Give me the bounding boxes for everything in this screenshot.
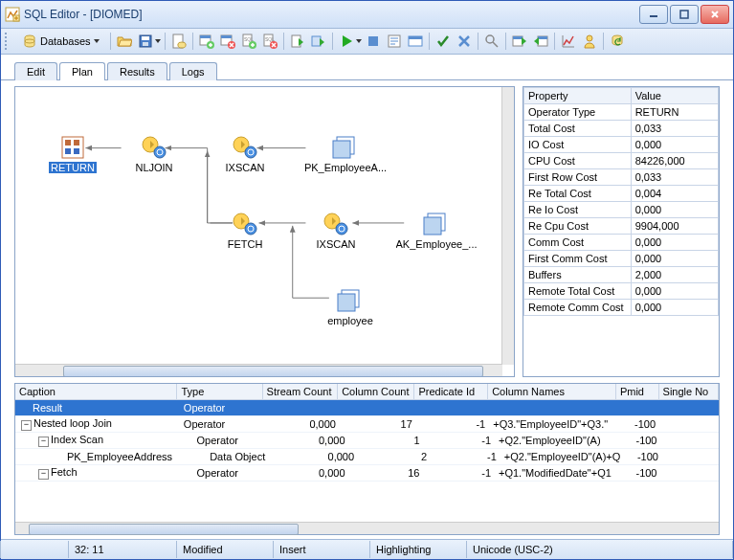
- table-delete-icon[interactable]: [218, 32, 237, 51]
- toolbar-grip[interactable]: [5, 33, 11, 50]
- plan-node-ak-employee[interactable]: AK_Employee_...: [398, 212, 475, 250]
- prop-value: 2,000: [631, 267, 718, 283]
- databases-dropdown[interactable]: Databases: [15, 31, 106, 52]
- plan-node-return[interactable]: RETURN: [34, 135, 111, 173]
- plan-node-label: PK_EmployeeA...: [304, 162, 387, 173]
- run-dropdown-icon[interactable]: [356, 39, 362, 43]
- table-row[interactable]: −Nested loop JoinOperator0,00017-1+Q3."E…: [15, 416, 719, 433]
- execute-selection-icon[interactable]: [309, 32, 328, 51]
- database-icon: [22, 34, 37, 49]
- svg-rect-33: [538, 36, 547, 39]
- import-table-icon[interactable]: [531, 32, 550, 51]
- prop-value: 84226,000: [631, 153, 718, 169]
- prop-key: Operator Type: [524, 104, 632, 121]
- canvas-horizontal-scrollbar[interactable]: [15, 364, 502, 376]
- db-refresh-icon[interactable]: [608, 32, 627, 51]
- search-icon[interactable]: [482, 32, 501, 51]
- grid-header[interactable]: Column Names: [488, 384, 616, 399]
- prop-key: Re Cpu Cost: [524, 218, 632, 235]
- grid-header[interactable]: Caption: [15, 384, 177, 399]
- stop-icon[interactable]: [364, 32, 383, 51]
- close-button[interactable]: [701, 5, 729, 24]
- canvas-vertical-scrollbar[interactable]: [501, 87, 514, 365]
- status-insert: Insert: [273, 541, 370, 558]
- rollback-icon[interactable]: [455, 32, 474, 51]
- commit-icon[interactable]: [434, 32, 453, 51]
- prop-key: IO Cost: [524, 137, 632, 153]
- svg-rect-46: [65, 148, 71, 154]
- save-icon[interactable]: [136, 32, 155, 51]
- plan-node-ixscan2[interactable]: IXSCAN: [298, 212, 374, 250]
- sql-delete-icon[interactable]: SQL: [260, 32, 279, 51]
- plan-canvas[interactable]: RETURN NLJOIN IXSCAN PK_EmployeeA...: [14, 86, 515, 377]
- tree-toggle-icon[interactable]: −: [21, 420, 32, 431]
- export-table-icon[interactable]: [510, 32, 529, 51]
- tab-edit[interactable]: Edit: [14, 62, 57, 80]
- properties-panel: PropertyValue Operator TypeRETURNTotal C…: [523, 86, 720, 377]
- plan-node-employee[interactable]: employee: [312, 288, 389, 326]
- tab-plan[interactable]: Plan: [59, 62, 105, 80]
- explain-plan-icon[interactable]: [385, 32, 404, 51]
- grid-horizontal-scrollbar[interactable]: [15, 522, 719, 534]
- minimize-button[interactable]: [639, 5, 668, 24]
- prop-key: Re Io Cost: [524, 202, 632, 218]
- sql-add-icon[interactable]: SQL: [239, 32, 258, 51]
- table-row[interactable]: −Index ScanOperator0,0001-1+Q2."Employee…: [15, 433, 719, 449]
- status-empty: [0, 541, 69, 558]
- svg-rect-47: [74, 148, 79, 154]
- prop-key: Total Cost: [524, 121, 632, 137]
- grid-header[interactable]: Column Count: [338, 384, 414, 399]
- plan-node-ixscan1[interactable]: IXSCAN: [207, 135, 283, 173]
- tabstrip: Edit Plan Results Logs: [1, 58, 733, 80]
- svg-rect-3: [680, 11, 688, 18]
- table-add-icon[interactable]: [197, 32, 216, 51]
- grid-header[interactable]: Single No: [659, 384, 719, 399]
- tab-results[interactable]: Results: [107, 62, 167, 80]
- status-encoding: Unicode (USC-2): [466, 541, 733, 558]
- new-window-icon[interactable]: [406, 32, 425, 51]
- plan-node-pk-employee[interactable]: PK_EmployeeA...: [307, 135, 384, 173]
- plan-node-fetch[interactable]: FETCH: [207, 212, 283, 250]
- svg-rect-61: [338, 294, 355, 311]
- prop-value: 0,033: [631, 121, 718, 137]
- sql-script-icon[interactable]: [169, 32, 189, 51]
- execute-to-file-icon[interactable]: [288, 32, 307, 51]
- tree-toggle-icon[interactable]: −: [38, 437, 49, 447]
- svg-rect-8: [143, 42, 148, 46]
- prop-key: Comm Cost: [524, 235, 632, 251]
- chart-icon[interactable]: [559, 32, 578, 51]
- run-icon[interactable]: [337, 32, 356, 51]
- svg-point-57: [336, 223, 347, 235]
- save-dropdown-icon[interactable]: [155, 39, 161, 43]
- svg-point-34: [587, 35, 592, 41]
- grid-header[interactable]: Type: [177, 384, 262, 399]
- svg-point-51: [245, 146, 256, 158]
- prop-key: Remote Comm Cost: [524, 300, 632, 316]
- grid-header[interactable]: Stream Count: [263, 384, 339, 399]
- app-icon: [5, 7, 20, 22]
- prop-value: 0,000: [631, 202, 718, 218]
- status-modified: Modified: [176, 541, 274, 558]
- plan-node-nljoin[interactable]: NLJOIN: [116, 135, 192, 173]
- svg-rect-12: [200, 35, 211, 38]
- user-icon[interactable]: [580, 32, 599, 51]
- table-row[interactable]: −FetchOperator0,00016-1+Q1."ModifiedDate…: [15, 465, 719, 482]
- open-icon[interactable]: [115, 32, 134, 51]
- svg-rect-44: [65, 140, 71, 146]
- props-header-value[interactable]: Value: [631, 88, 718, 104]
- maximize-button[interactable]: [670, 5, 699, 24]
- prop-value: 0,000: [631, 137, 718, 153]
- tree-toggle-icon[interactable]: −: [38, 469, 49, 480]
- table-row[interactable]: ResultOperator: [15, 400, 719, 416]
- tab-logs[interactable]: Logs: [169, 62, 217, 80]
- table-row[interactable]: PK_EmployeeAddressData Object0,0002-1+Q2…: [15, 449, 719, 465]
- plan-grid: CaptionTypeStream CountColumn CountPredi…: [14, 383, 720, 535]
- status-highlighting: Highlighting: [369, 541, 467, 558]
- grid-header[interactable]: Predicate Id: [414, 384, 488, 399]
- prop-value: 0,000: [631, 300, 718, 316]
- grid-header[interactable]: Pmid: [616, 384, 659, 399]
- status-position: 32: 11: [68, 541, 177, 558]
- prop-key: CPU Cost: [524, 153, 632, 169]
- svg-point-29: [486, 35, 494, 43]
- props-header-property[interactable]: Property: [524, 88, 632, 104]
